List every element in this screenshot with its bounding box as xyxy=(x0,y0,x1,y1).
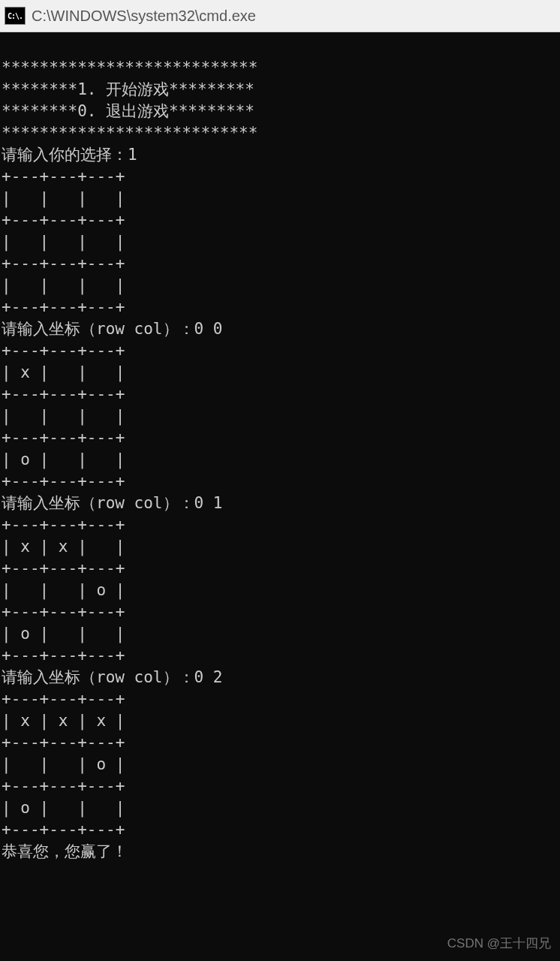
board2-h1: +---+---+---+ xyxy=(2,559,125,577)
board0-r1: | | | | xyxy=(2,233,125,251)
console-area[interactable]: *************************** ********1. 开… xyxy=(0,32,560,961)
board1-h0: +---+---+---+ xyxy=(2,342,125,360)
board1-r0: | x | | | xyxy=(2,363,125,381)
board3-h1: +---+---+---+ xyxy=(2,734,125,752)
board2-h3: +---+---+---+ xyxy=(2,646,125,664)
win-message: 恭喜您，您赢了！ xyxy=(2,842,128,860)
board1-h3: +---+---+---+ xyxy=(2,472,125,490)
board0-r2: | | | | xyxy=(2,276,125,294)
input-coord-2[interactable]: 0 1 xyxy=(194,494,223,512)
board3-r0: | x | x | x | xyxy=(2,712,125,730)
board1-r2: | o | | | xyxy=(2,450,125,468)
board2-h2: +---+---+---+ xyxy=(2,603,125,621)
cmd-window: { "titlebar": { "icon_text": "C:\\.", "p… xyxy=(0,0,560,961)
board2-r2: | o | | | xyxy=(2,625,125,643)
titlebar: C:\. C:\WINDOWS\system32\cmd.exe xyxy=(0,0,560,32)
board0-h0: +---+---+---+ xyxy=(2,167,125,185)
board3-r1: | | | o | xyxy=(2,755,125,773)
board0-h2: +---+---+---+ xyxy=(2,255,125,273)
board0-h1: +---+---+---+ xyxy=(2,211,125,229)
prompt-coord-1: 请输入坐标（row col）： xyxy=(2,320,194,338)
board0-r0: | | | | xyxy=(2,189,125,207)
prompt-coord-2: 请输入坐标（row col）： xyxy=(2,494,194,512)
prompt-coord-3: 请输入坐标（row col）： xyxy=(2,668,194,686)
menu-border-bottom: *************************** xyxy=(2,124,257,142)
board2-r0: | x | x | | xyxy=(2,538,125,556)
board2-r1: | | | o | xyxy=(2,581,125,599)
prompt-choice: 请输入你的选择： xyxy=(2,146,128,164)
board1-h1: +---+---+---+ xyxy=(2,385,125,403)
board0-h3: +---+---+---+ xyxy=(2,298,125,316)
cmd-icon: C:\. xyxy=(5,7,26,25)
input-coord-3[interactable]: 0 2 xyxy=(194,668,223,686)
board3-h2: +---+---+---+ xyxy=(2,777,125,795)
input-choice[interactable]: 1 xyxy=(128,146,137,164)
menu-option-0: ********0. 退出游戏********* xyxy=(2,102,254,120)
input-coord-1[interactable]: 0 0 xyxy=(194,320,223,338)
board3-h3: +---+---+---+ xyxy=(2,821,125,839)
board3-h0: +---+---+---+ xyxy=(2,690,125,708)
watermark: CSDN @王十四兄 xyxy=(447,932,551,954)
menu-border-top: *************************** xyxy=(2,59,257,77)
board2-h0: +---+---+---+ xyxy=(2,516,125,534)
cmd-icon-text: C:\. xyxy=(8,12,23,20)
board1-r1: | | | | xyxy=(2,407,125,425)
board1-h2: +---+---+---+ xyxy=(2,429,125,447)
board3-r2: | o | | | xyxy=(2,799,125,817)
menu-option-1: ********1. 开始游戏********* xyxy=(2,80,254,98)
window-title: C:\WINDOWS\system32\cmd.exe xyxy=(32,8,256,25)
